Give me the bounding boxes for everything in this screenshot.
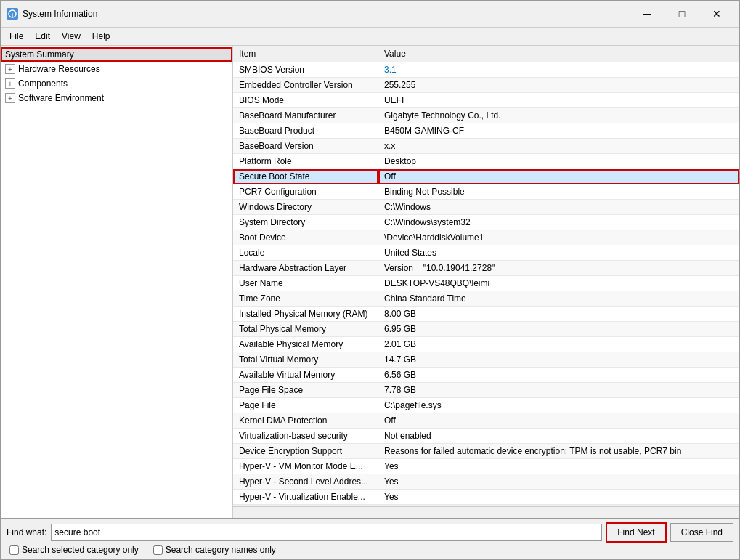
menu-view[interactable]: View	[56, 29, 86, 44]
search-names-label[interactable]: Search category names only	[153, 545, 276, 555]
cell-item: Hardware Abstraction Layer	[233, 261, 378, 276]
cell-value: China Standard Time	[378, 291, 739, 307]
horizontal-scrollbar[interactable]	[233, 506, 739, 518]
cell-value: Yes	[378, 490, 739, 505]
table-row: Installed Physical Memory (RAM)8.00 GB	[233, 307, 739, 322]
cell-item: Platform Role	[233, 154, 378, 169]
cell-item: Hyper-V - Virtualization Enable...	[233, 490, 378, 505]
menu-help[interactable]: Help	[86, 29, 116, 44]
cell-item: BaseBoard Manufacturer	[233, 108, 378, 123]
cell-value: 14.7 GB	[378, 352, 739, 368]
table-row: BIOS ModeUEFI	[233, 93, 739, 108]
table-row: Page File Space7.78 GB	[233, 383, 739, 398]
table-row: Total Virtual Memory14.7 GB	[233, 352, 739, 368]
cell-value: Binding Not Possible	[378, 184, 739, 200]
cell-value: UEFI	[378, 93, 739, 108]
find-next-button[interactable]: Find Next	[606, 523, 665, 542]
table-row: PCR7 ConfigurationBinding Not Possible	[233, 184, 739, 200]
menu-edit[interactable]: Edit	[29, 29, 56, 44]
table-row: Page FileC:\pagefile.sys	[233, 398, 739, 413]
cell-item: Windows Directory	[233, 200, 378, 215]
cell-item: Available Virtual Memory	[233, 368, 378, 383]
cell-item: Time Zone	[233, 291, 378, 307]
main-content: System Summary + Hardware Resources + Co…	[1, 46, 739, 518]
table-row: Time ZoneChina Standard Time	[233, 291, 739, 307]
table-container[interactable]: Item Value SMBIOS Version3.1Embedded Con…	[233, 46, 739, 506]
search-selected-label[interactable]: Search selected category only	[9, 545, 139, 555]
find-label: Find what:	[7, 527, 46, 537]
cell-item: SMBIOS Version	[233, 62, 378, 78]
table-row: Available Virtual Memory6.56 GB	[233, 368, 739, 383]
sidebar-item-software-environment[interactable]: + Software Environment	[1, 91, 232, 105]
cell-value: 2.01 GB	[378, 337, 739, 352]
table-row: Kernel DMA ProtectionOff	[233, 413, 739, 429]
search-selected-text: Search selected category only	[22, 545, 139, 555]
table-row: Total Physical Memory6.95 GB	[233, 322, 739, 337]
table-row: BaseBoard Versionx.x	[233, 139, 739, 154]
table-row: Device Encryption SupportReasons for fai…	[233, 444, 739, 459]
table-row: Windows DirectoryC:\Windows	[233, 200, 739, 215]
svg-text:i: i	[12, 12, 13, 18]
cell-item: Total Virtual Memory	[233, 352, 378, 368]
cell-value: DESKTOP-VS48QBQ\leimi	[378, 276, 739, 291]
sidebar-item-components[interactable]: + Components	[1, 76, 232, 91]
cell-item: BIOS Mode	[233, 93, 378, 108]
main-window: i System Information ─ □ ✕ File Edit Vie…	[0, 0, 740, 560]
maximize-button[interactable]: □	[665, 5, 699, 23]
sidebar-item-hardware-resources[interactable]: + Hardware Resources	[1, 62, 232, 76]
cell-value: C:\pagefile.sys	[378, 398, 739, 413]
h-scroll-track	[233, 507, 739, 518]
cell-item: Hyper-V - Second Level Addres...	[233, 474, 378, 490]
find-row: Find what: Find Next Close Find	[7, 523, 733, 542]
cell-value: 6.95 GB	[378, 322, 739, 337]
cell-value: 7.78 GB	[378, 383, 739, 398]
find-input[interactable]	[51, 524, 602, 541]
app-icon: i	[7, 8, 18, 20]
cell-item: Secure Boot State	[233, 169, 378, 184]
info-table: Item Value SMBIOS Version3.1Embedded Con…	[233, 46, 739, 505]
table-row: Secure Boot StateOff	[233, 169, 739, 184]
cell-item: Device Encryption Support	[233, 444, 378, 459]
table-row: LocaleUnited States	[233, 245, 739, 261]
cell-item: User Name	[233, 276, 378, 291]
cell-value: x.x	[378, 139, 739, 154]
cell-item: Total Physical Memory	[233, 322, 378, 337]
cell-value: C:\Windows\system32	[378, 215, 739, 230]
table-row: Platform RoleDesktop	[233, 154, 739, 169]
cell-item: System Directory	[233, 215, 378, 230]
cell-item: BaseBoard Product	[233, 123, 378, 139]
find-bar: Find what: Find Next Close Find Search s…	[1, 518, 739, 559]
table-row: User NameDESKTOP-VS48QBQ\leimi	[233, 276, 739, 291]
expand-icon-software: +	[5, 93, 15, 103]
close-button[interactable]: ✕	[700, 5, 733, 23]
sidebar-item-system-summary[interactable]: System Summary	[1, 47, 232, 62]
cell-value: United States	[378, 245, 739, 261]
search-names-checkbox[interactable]	[153, 545, 163, 555]
cell-item: Kernel DMA Protection	[233, 413, 378, 429]
cell-value: C:\Windows	[378, 200, 739, 215]
cell-value: Version = "10.0.19041.2728"	[378, 261, 739, 276]
search-selected-checkbox[interactable]	[9, 545, 19, 555]
close-find-button[interactable]: Close Find	[670, 523, 733, 542]
sidebar-label-software: Software Environment	[18, 93, 104, 103]
cell-item: Installed Physical Memory (RAM)	[233, 307, 378, 322]
expand-icon-components: +	[5, 78, 15, 89]
cell-value: 8.00 GB	[378, 307, 739, 322]
window-title: System Information	[23, 9, 626, 19]
title-bar: i System Information ─ □ ✕	[1, 1, 739, 28]
table-row: Hardware Abstraction LayerVersion = "10.…	[233, 261, 739, 276]
window-controls: ─ □ ✕	[630, 5, 733, 23]
cell-item: PCR7 Configuration	[233, 184, 378, 200]
col-item: Item	[233, 46, 378, 62]
minimize-button[interactable]: ─	[630, 5, 664, 23]
table-row: System DirectoryC:\Windows\system32	[233, 215, 739, 230]
sidebar-label-hardware: Hardware Resources	[18, 64, 100, 74]
table-row: Available Physical Memory2.01 GB	[233, 337, 739, 352]
menu-file[interactable]: File	[4, 29, 29, 44]
cell-item: Hyper-V - VM Monitor Mode E...	[233, 459, 378, 474]
cell-item: Virtualization-based security	[233, 429, 378, 444]
sidebar-label-system-summary: System Summary	[5, 49, 74, 60]
table-row: SMBIOS Version3.1	[233, 62, 739, 78]
cell-value: Yes	[378, 459, 739, 474]
table-row: BaseBoard ManufacturerGigabyte Technolog…	[233, 108, 739, 123]
